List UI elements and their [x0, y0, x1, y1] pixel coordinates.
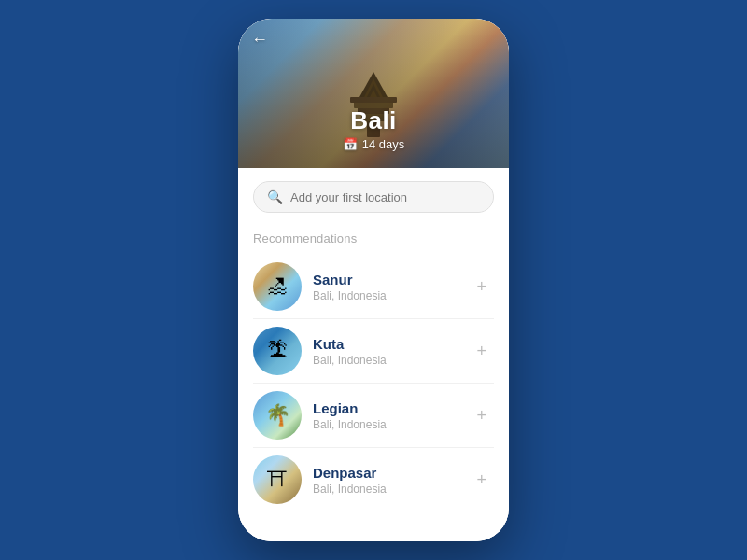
- location-thumbnail-legian: [253, 391, 302, 440]
- search-bar[interactable]: 🔍: [253, 181, 494, 213]
- back-button[interactable]: ←: [251, 30, 268, 49]
- list-item: Kuta Bali, Indonesia +: [253, 319, 494, 384]
- location-thumbnail-sanur: [253, 262, 302, 311]
- list-item: Legian Bali, Indonesia +: [253, 384, 494, 448]
- calendar-icon: 📅: [343, 137, 358, 151]
- svg-rect-4: [350, 97, 397, 103]
- recommendations-section: Recommendations Sanur Bali, Indonesia + …: [238, 220, 509, 541]
- section-title: Recommendations: [253, 231, 494, 245]
- list-item: Denpasar Bali, Indonesia +: [253, 448, 494, 511]
- phone-inner: ← Bali 📅 14 days 🔍 Recommendations: [238, 19, 509, 541]
- phone-frame: ← Bali 📅 14 days 🔍 Recommendations: [238, 19, 509, 541]
- search-container: 🔍: [238, 168, 509, 220]
- add-location-button-kuta[interactable]: +: [469, 338, 494, 365]
- location-info-sanur: Sanur Bali, Indonesia: [313, 272, 458, 302]
- add-location-button-legian[interactable]: +: [469, 402, 494, 429]
- location-name: Kuta: [313, 336, 458, 352]
- search-input[interactable]: [290, 190, 480, 204]
- location-subtitle: Bali, Indonesia: [313, 483, 458, 496]
- location-info-legian: Legian Bali, Indonesia: [313, 400, 458, 431]
- location-info-kuta: Kuta Bali, Indonesia: [313, 336, 458, 367]
- add-location-button-denpasar[interactable]: +: [469, 467, 494, 494]
- location-subtitle: Bali, Indonesia: [313, 418, 458, 431]
- location-info-denpasar: Denpasar Bali, Indonesia: [313, 465, 458, 496]
- location-thumbnail-kuta: [253, 327, 302, 375]
- list-item: Sanur Bali, Indonesia +: [253, 255, 494, 319]
- location-subtitle: Bali, Indonesia: [313, 354, 458, 367]
- location-name: Sanur: [313, 272, 458, 287]
- location-name: Legian: [313, 400, 458, 416]
- search-icon: 🔍: [267, 189, 283, 204]
- city-name: Bali: [238, 106, 509, 135]
- hero-text: Bali 📅 14 days: [238, 106, 509, 151]
- location-subtitle: Bali, Indonesia: [313, 289, 458, 302]
- location-name: Denpasar: [313, 465, 458, 481]
- trip-duration: 📅 14 days: [238, 137, 509, 151]
- hero-section: ← Bali 📅 14 days: [238, 19, 509, 168]
- location-thumbnail-denpasar: [253, 455, 302, 504]
- add-location-button-sanur[interactable]: +: [469, 273, 494, 301]
